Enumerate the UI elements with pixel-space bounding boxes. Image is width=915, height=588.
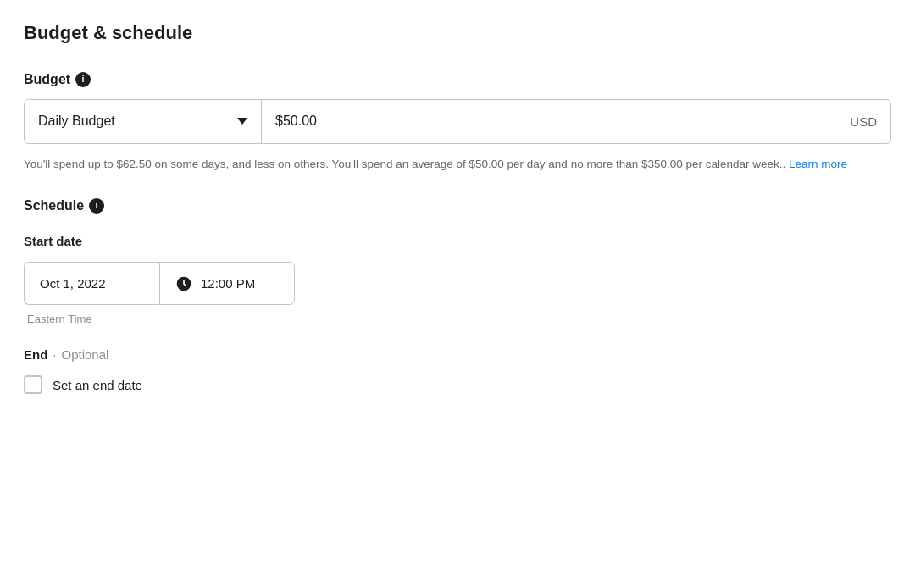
end-section: End · Optional Set an end date [24, 346, 891, 394]
start-date-input[interactable]: Oct 1, 2022 [24, 262, 159, 305]
end-label: End [24, 346, 47, 363]
page-title: Budget & schedule [24, 20, 891, 47]
budget-type-label: Daily Budget [38, 112, 115, 130]
schedule-info-icon[interactable]: i [89, 198, 104, 214]
start-time-input[interactable]: 12:00 PM [159, 262, 295, 305]
budget-info-text: You'll spend up to $62.50 on some days, … [24, 156, 891, 173]
currency-label: USD [850, 113, 877, 130]
start-date-time-row: Oct 1, 2022 12:00 PM Eastern Time [24, 262, 891, 327]
end-optional-label: Optional [62, 346, 109, 363]
timezone-label: Eastern Time [27, 312, 891, 327]
learn-more-link[interactable]: Learn more [789, 158, 847, 170]
start-time-value: 12:00 PM [201, 275, 255, 292]
end-dot: · [53, 346, 56, 363]
set-end-date-label: Set an end date [53, 376, 142, 394]
budget-input-row: Daily Budget USD [24, 99, 891, 143]
budget-info-icon[interactable]: i [75, 72, 91, 87]
budget-label-text: Budget [24, 70, 70, 89]
budget-type-dropdown[interactable]: Daily Budget [25, 100, 262, 142]
set-end-date-checkbox[interactable] [24, 375, 42, 394]
set-end-date-checkbox-row[interactable]: Set an end date [24, 375, 891, 394]
budget-amount-section: USD [262, 100, 890, 142]
chevron-down-icon [237, 118, 247, 125]
schedule-section: Schedule i Start date Oct 1, 2022 12:00 … [24, 197, 891, 395]
schedule-section-label: Schedule i [24, 197, 891, 215]
end-label-row: End · Optional [24, 346, 891, 363]
clock-icon [175, 275, 192, 292]
budget-section: Budget i Daily Budget USD You'll spend u… [24, 70, 891, 173]
schedule-label-text: Schedule [24, 197, 84, 215]
start-date-label: Start date [24, 232, 891, 250]
budget-section-label: Budget i [24, 70, 891, 89]
budget-amount-input[interactable] [275, 114, 840, 129]
